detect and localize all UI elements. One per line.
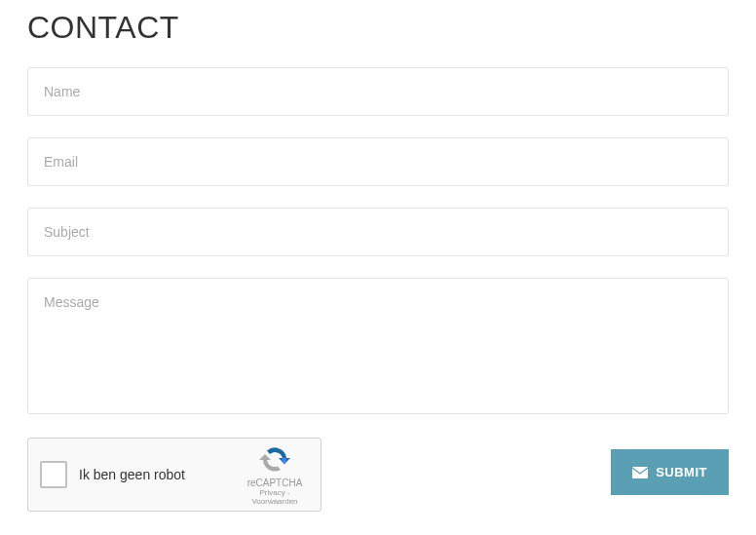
contact-container: CONTACT Ik ben geen robot reCAPTCHA Priv… — [0, 0, 756, 531]
page-title: CONTACT — [27, 10, 729, 46]
name-input[interactable] — [27, 67, 729, 116]
recaptcha-checkbox[interactable] — [40, 461, 67, 488]
recaptcha-widget: Ik ben geen robot reCAPTCHA Privacy - Vo… — [27, 438, 321, 512]
recaptcha-brand-text: reCAPTCHA — [247, 478, 303, 488]
submit-button[interactable]: SUBMIT — [611, 449, 729, 495]
recaptcha-logo-icon — [259, 444, 290, 476]
email-input[interactable] — [27, 137, 729, 186]
submit-button-label: SUBMIT — [656, 465, 707, 479]
recaptcha-links-text: Privacy - Voorwaarden — [241, 488, 309, 506]
recaptcha-label: Ik ben geen robot — [79, 467, 241, 482]
bottom-row: Ik ben geen robot reCAPTCHA Privacy - Vo… — [27, 438, 729, 512]
recaptcha-branding: reCAPTCHA Privacy - Voorwaarden — [241, 444, 309, 506]
message-textarea[interactable] — [27, 278, 729, 414]
envelope-icon — [632, 467, 648, 478]
svg-rect-0 — [632, 467, 648, 478]
subject-input[interactable] — [27, 208, 729, 256]
